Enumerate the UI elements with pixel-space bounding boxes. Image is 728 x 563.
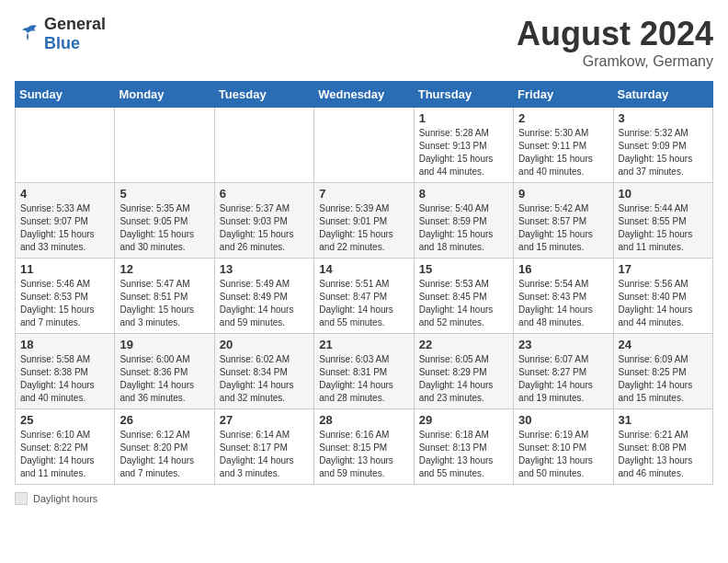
day-info: Sunrise: 5:47 AM Sunset: 8:51 PM Dayligh…: [119, 278, 209, 329]
calendar-header-row: SundayMondayTuesdayWednesdayThursdayFrid…: [16, 82, 713, 108]
title-block: August 2024 Gramkow, Germany: [517, 15, 713, 70]
header-monday: Monday: [115, 82, 214, 108]
day-number: 20: [220, 338, 309, 351]
day-info: Sunrise: 5:58 AM Sunset: 8:38 PM Dayligh…: [20, 353, 109, 405]
day-info: Sunrise: 6:18 AM Sunset: 8:13 PM Dayligh…: [419, 429, 508, 480]
calendar-cell: 17Sunrise: 5:56 AM Sunset: 8:40 PM Dayli…: [613, 259, 712, 334]
location-subtitle: Gramkow, Germany: [517, 53, 713, 70]
day-number: 23: [518, 338, 608, 351]
day-info: Sunrise: 5:37 AM Sunset: 9:03 PM Dayligh…: [220, 202, 309, 254]
day-info: Sunrise: 5:32 AM Sunset: 9:09 PM Dayligh…: [619, 127, 708, 178]
day-info: Sunrise: 5:51 AM Sunset: 8:47 PM Dayligh…: [319, 278, 408, 329]
day-number: 11: [20, 262, 109, 276]
day-number: 18: [20, 338, 109, 351]
day-number: 30: [518, 413, 608, 427]
calendar-table: SundayMondayTuesdayWednesdayThursdayFrid…: [15, 81, 713, 485]
day-number: 29: [419, 413, 508, 427]
calendar-cell: 28Sunrise: 6:16 AM Sunset: 8:15 PM Dayli…: [314, 409, 414, 485]
header-sunday: Sunday: [16, 82, 115, 108]
day-number: 13: [220, 262, 309, 276]
calendar-cell: 23Sunrise: 6:07 AM Sunset: 8:27 PM Dayli…: [514, 334, 613, 409]
header-friday: Friday: [514, 82, 613, 108]
day-number: 9: [518, 187, 608, 201]
logo-general: General: [44, 15, 106, 33]
day-number: 17: [619, 262, 708, 276]
day-number: 19: [119, 338, 209, 351]
calendar-cell: 22Sunrise: 6:05 AM Sunset: 8:29 PM Dayli…: [414, 334, 513, 409]
day-number: 10: [619, 187, 708, 201]
header-wednesday: Wednesday: [314, 82, 414, 108]
day-info: Sunrise: 6:09 AM Sunset: 8:25 PM Dayligh…: [619, 353, 708, 405]
calendar-cell: 10Sunrise: 5:44 AM Sunset: 8:55 PM Dayli…: [613, 183, 712, 259]
calendar-cell: [314, 108, 414, 183]
day-number: 15: [419, 262, 508, 276]
daylight-legend-label: Daylight hours: [33, 493, 97, 504]
calendar-cell: 16Sunrise: 5:54 AM Sunset: 8:43 PM Dayli…: [514, 259, 613, 334]
day-info: Sunrise: 6:21 AM Sunset: 8:08 PM Dayligh…: [619, 429, 708, 480]
day-number: 7: [319, 187, 408, 201]
logo-bird-icon: [15, 24, 40, 44]
calendar-cell: 13Sunrise: 5:49 AM Sunset: 8:49 PM Dayli…: [214, 259, 313, 334]
header-tuesday: Tuesday: [214, 82, 313, 108]
calendar-week-row: 25Sunrise: 6:10 AM Sunset: 8:22 PM Dayli…: [16, 409, 713, 485]
calendar-cell: 11Sunrise: 5:46 AM Sunset: 8:53 PM Dayli…: [16, 259, 115, 334]
day-info: Sunrise: 5:44 AM Sunset: 8:55 PM Dayligh…: [619, 202, 708, 254]
calendar-cell: 12Sunrise: 5:47 AM Sunset: 8:51 PM Dayli…: [115, 259, 214, 334]
header-thursday: Thursday: [414, 82, 513, 108]
calendar-cell: 25Sunrise: 6:10 AM Sunset: 8:22 PM Dayli…: [16, 409, 115, 485]
calendar-cell: 24Sunrise: 6:09 AM Sunset: 8:25 PM Dayli…: [613, 334, 712, 409]
day-info: Sunrise: 6:16 AM Sunset: 8:15 PM Dayligh…: [319, 429, 408, 480]
calendar-week-row: 1Sunrise: 5:28 AM Sunset: 9:13 PM Daylig…: [16, 108, 713, 183]
day-info: Sunrise: 5:40 AM Sunset: 8:59 PM Dayligh…: [419, 202, 508, 254]
calendar-cell: 2Sunrise: 5:30 AM Sunset: 9:11 PM Daylig…: [514, 108, 613, 183]
calendar-cell: 1Sunrise: 5:28 AM Sunset: 9:13 PM Daylig…: [414, 108, 513, 183]
calendar-cell: 3Sunrise: 5:32 AM Sunset: 9:09 PM Daylig…: [613, 108, 712, 183]
day-info: Sunrise: 5:42 AM Sunset: 8:57 PM Dayligh…: [518, 202, 608, 254]
calendar-footer: Daylight hours: [15, 492, 713, 505]
calendar-cell: 21Sunrise: 6:03 AM Sunset: 8:31 PM Dayli…: [314, 334, 414, 409]
day-info: Sunrise: 5:54 AM Sunset: 8:43 PM Dayligh…: [518, 278, 608, 329]
calendar-week-row: 4Sunrise: 5:33 AM Sunset: 9:07 PM Daylig…: [16, 183, 713, 259]
day-number: 3: [619, 111, 708, 125]
logo-blue: Blue: [44, 34, 80, 52]
day-info: Sunrise: 5:35 AM Sunset: 9:05 PM Dayligh…: [119, 202, 209, 254]
day-info: Sunrise: 5:49 AM Sunset: 8:49 PM Dayligh…: [220, 278, 309, 329]
calendar-cell: 31Sunrise: 6:21 AM Sunset: 8:08 PM Dayli…: [613, 409, 712, 485]
logo-text: General Blue: [44, 15, 106, 53]
day-number: 6: [220, 187, 309, 201]
day-number: 21: [319, 338, 408, 351]
calendar-cell: 18Sunrise: 5:58 AM Sunset: 8:38 PM Dayli…: [16, 334, 115, 409]
day-number: 2: [518, 111, 608, 125]
day-info: Sunrise: 5:28 AM Sunset: 9:13 PM Dayligh…: [419, 127, 508, 178]
day-number: 26: [119, 413, 209, 427]
calendar-cell: 30Sunrise: 6:19 AM Sunset: 8:10 PM Dayli…: [514, 409, 613, 485]
day-info: Sunrise: 5:30 AM Sunset: 9:11 PM Dayligh…: [518, 127, 608, 178]
day-info: Sunrise: 5:56 AM Sunset: 8:40 PM Dayligh…: [619, 278, 708, 329]
calendar-cell: 26Sunrise: 6:12 AM Sunset: 8:20 PM Dayli…: [115, 409, 214, 485]
page-header: General Blue August 2024 Gramkow, German…: [15, 15, 713, 70]
calendar-cell: 4Sunrise: 5:33 AM Sunset: 9:07 PM Daylig…: [16, 183, 115, 259]
day-number: 24: [619, 338, 708, 351]
day-info: Sunrise: 5:39 AM Sunset: 9:01 PM Dayligh…: [319, 202, 408, 254]
day-number: 22: [419, 338, 508, 351]
calendar-week-row: 11Sunrise: 5:46 AM Sunset: 8:53 PM Dayli…: [16, 259, 713, 334]
day-info: Sunrise: 5:33 AM Sunset: 9:07 PM Dayligh…: [20, 202, 109, 254]
day-info: Sunrise: 6:19 AM Sunset: 8:10 PM Dayligh…: [518, 429, 608, 480]
day-number: 27: [220, 413, 309, 427]
day-info: Sunrise: 5:46 AM Sunset: 8:53 PM Dayligh…: [20, 278, 109, 329]
day-number: 25: [20, 413, 109, 427]
calendar-cell: 29Sunrise: 6:18 AM Sunset: 8:13 PM Dayli…: [414, 409, 513, 485]
calendar-cell: 8Sunrise: 5:40 AM Sunset: 8:59 PM Daylig…: [414, 183, 513, 259]
day-info: Sunrise: 5:53 AM Sunset: 8:45 PM Dayligh…: [419, 278, 508, 329]
day-number: 8: [419, 187, 508, 201]
day-info: Sunrise: 6:00 AM Sunset: 8:36 PM Dayligh…: [119, 353, 209, 405]
calendar-cell: 19Sunrise: 6:00 AM Sunset: 8:36 PM Dayli…: [115, 334, 214, 409]
day-info: Sunrise: 6:02 AM Sunset: 8:34 PM Dayligh…: [220, 353, 309, 405]
day-number: 12: [119, 262, 209, 276]
day-number: 16: [518, 262, 608, 276]
day-number: 14: [319, 262, 408, 276]
day-number: 31: [619, 413, 708, 427]
calendar-week-row: 18Sunrise: 5:58 AM Sunset: 8:38 PM Dayli…: [16, 334, 713, 409]
day-info: Sunrise: 6:12 AM Sunset: 8:20 PM Dayligh…: [119, 429, 209, 480]
day-info: Sunrise: 6:14 AM Sunset: 8:17 PM Dayligh…: [220, 429, 309, 480]
